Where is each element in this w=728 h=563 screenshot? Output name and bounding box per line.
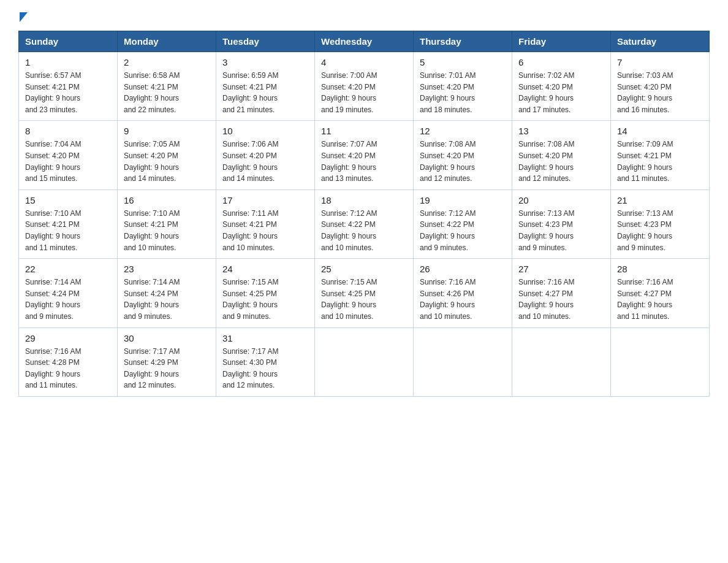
week-row-1: 1 Sunrise: 6:57 AMSunset: 4:21 PMDayligh… (19, 52, 710, 121)
day-cell (611, 327, 710, 396)
day-info: Sunrise: 7:16 AMSunset: 4:27 PMDaylight:… (617, 277, 703, 322)
day-cell: 19 Sunrise: 7:12 AMSunset: 4:22 PMDaylig… (414, 190, 512, 258)
day-number: 1 (25, 57, 111, 67)
day-cell: 18 Sunrise: 7:12 AMSunset: 4:22 PMDaylig… (315, 190, 414, 258)
day-info: Sunrise: 7:05 AMSunset: 4:20 PMDaylight:… (124, 139, 210, 184)
day-number: 30 (124, 333, 210, 343)
day-info: Sunrise: 6:58 AMSunset: 4:21 PMDaylight:… (124, 70, 210, 115)
day-cell: 26 Sunrise: 7:16 AMSunset: 4:26 PMDaylig… (414, 259, 512, 327)
day-number: 6 (518, 57, 604, 67)
header-saturday: Saturday (611, 31, 710, 52)
day-number: 20 (518, 195, 604, 205)
day-cell: 17 Sunrise: 7:11 AMSunset: 4:21 PMDaylig… (216, 190, 315, 258)
calendar-table: SundayMondayTuesdayWednesdayThursdayFrid… (18, 31, 710, 397)
day-info: Sunrise: 7:08 AMSunset: 4:20 PMDaylight:… (518, 139, 604, 184)
day-cell: 1 Sunrise: 6:57 AMSunset: 4:21 PMDayligh… (19, 52, 118, 121)
day-cell (315, 327, 414, 396)
day-info: Sunrise: 7:03 AMSunset: 4:20 PMDaylight:… (617, 70, 703, 115)
day-info: Sunrise: 7:08 AMSunset: 4:20 PMDaylight:… (420, 139, 506, 184)
day-info: Sunrise: 7:09 AMSunset: 4:21 PMDaylight:… (617, 139, 703, 184)
day-cell: 12 Sunrise: 7:08 AMSunset: 4:20 PMDaylig… (414, 121, 512, 190)
day-info: Sunrise: 7:15 AMSunset: 4:25 PMDaylight:… (321, 277, 407, 322)
day-number: 16 (124, 195, 210, 205)
day-cell: 11 Sunrise: 7:07 AMSunset: 4:20 PMDaylig… (315, 121, 414, 190)
day-info: Sunrise: 7:13 AMSunset: 4:23 PMDaylight:… (617, 208, 703, 253)
week-row-2: 8 Sunrise: 7:04 AMSunset: 4:20 PMDayligh… (19, 121, 710, 190)
day-info: Sunrise: 7:02 AMSunset: 4:20 PMDaylight:… (518, 70, 604, 115)
day-info: Sunrise: 7:10 AMSunset: 4:21 PMDaylight:… (25, 208, 111, 253)
day-cell: 8 Sunrise: 7:04 AMSunset: 4:20 PMDayligh… (19, 121, 118, 190)
day-number: 26 (420, 264, 506, 274)
header-friday: Friday (512, 31, 611, 52)
day-number: 5 (420, 57, 506, 67)
page-header (18, 12, 710, 20)
day-cell: 15 Sunrise: 7:10 AMSunset: 4:21 PMDaylig… (19, 190, 118, 258)
day-info: Sunrise: 7:04 AMSunset: 4:20 PMDaylight:… (25, 139, 111, 184)
calendar-header-row: SundayMondayTuesdayWednesdayThursdayFrid… (19, 31, 710, 52)
day-number: 15 (25, 195, 111, 205)
day-cell: 28 Sunrise: 7:16 AMSunset: 4:27 PMDaylig… (611, 259, 710, 327)
header-sunday: Sunday (19, 31, 118, 52)
day-cell: 30 Sunrise: 7:17 AMSunset: 4:29 PMDaylig… (118, 327, 216, 396)
day-cell: 29 Sunrise: 7:16 AMSunset: 4:28 PMDaylig… (19, 327, 118, 396)
day-number: 23 (124, 264, 210, 274)
day-number: 17 (222, 195, 308, 205)
day-info: Sunrise: 7:17 AMSunset: 4:29 PMDaylight:… (124, 346, 210, 391)
day-cell (512, 327, 611, 396)
day-info: Sunrise: 7:12 AMSunset: 4:22 PMDaylight:… (420, 208, 506, 253)
day-cell: 20 Sunrise: 7:13 AMSunset: 4:23 PMDaylig… (512, 190, 611, 258)
day-number: 9 (124, 126, 210, 136)
day-cell: 13 Sunrise: 7:08 AMSunset: 4:20 PMDaylig… (512, 121, 611, 190)
day-cell: 24 Sunrise: 7:15 AMSunset: 4:25 PMDaylig… (216, 259, 315, 327)
day-cell: 4 Sunrise: 7:00 AMSunset: 4:20 PMDayligh… (315, 52, 414, 121)
day-cell: 9 Sunrise: 7:05 AMSunset: 4:20 PMDayligh… (118, 121, 216, 190)
day-number: 31 (222, 333, 308, 343)
week-row-5: 29 Sunrise: 7:16 AMSunset: 4:28 PMDaylig… (19, 327, 710, 396)
day-info: Sunrise: 7:14 AMSunset: 4:24 PMDaylight:… (25, 277, 111, 322)
day-number: 13 (518, 126, 604, 136)
day-info: Sunrise: 7:15 AMSunset: 4:25 PMDaylight:… (222, 277, 308, 322)
day-number: 24 (222, 264, 308, 274)
day-info: Sunrise: 7:16 AMSunset: 4:27 PMDaylight:… (518, 277, 604, 322)
day-cell: 21 Sunrise: 7:13 AMSunset: 4:23 PMDaylig… (611, 190, 710, 258)
day-info: Sunrise: 7:01 AMSunset: 4:20 PMDaylight:… (420, 70, 506, 115)
day-cell (414, 327, 512, 396)
header-wednesday: Wednesday (315, 31, 414, 52)
day-number: 19 (420, 195, 506, 205)
day-number: 10 (222, 126, 308, 136)
day-number: 27 (518, 264, 604, 274)
day-info: Sunrise: 7:07 AMSunset: 4:20 PMDaylight:… (321, 139, 407, 184)
day-cell: 16 Sunrise: 7:10 AMSunset: 4:21 PMDaylig… (118, 190, 216, 258)
day-cell: 2 Sunrise: 6:58 AMSunset: 4:21 PMDayligh… (118, 52, 216, 121)
day-info: Sunrise: 7:00 AMSunset: 4:20 PMDaylight:… (321, 70, 407, 115)
week-row-4: 22 Sunrise: 7:14 AMSunset: 4:24 PMDaylig… (19, 259, 710, 327)
day-number: 25 (321, 264, 407, 274)
day-number: 2 (124, 57, 210, 67)
header-thursday: Thursday (414, 31, 512, 52)
day-cell: 27 Sunrise: 7:16 AMSunset: 4:27 PMDaylig… (512, 259, 611, 327)
day-cell: 10 Sunrise: 7:06 AMSunset: 4:20 PMDaylig… (216, 121, 315, 190)
day-info: Sunrise: 7:10 AMSunset: 4:21 PMDaylight:… (124, 208, 210, 253)
day-number: 4 (321, 57, 407, 67)
logo-arrow-icon (20, 12, 28, 22)
day-info: Sunrise: 6:59 AMSunset: 4:21 PMDaylight:… (222, 70, 308, 115)
day-info: Sunrise: 7:16 AMSunset: 4:26 PMDaylight:… (420, 277, 506, 322)
day-number: 3 (222, 57, 308, 67)
day-info: Sunrise: 7:13 AMSunset: 4:23 PMDaylight:… (518, 208, 604, 253)
day-cell: 25 Sunrise: 7:15 AMSunset: 4:25 PMDaylig… (315, 259, 414, 327)
day-number: 7 (617, 57, 703, 67)
day-number: 18 (321, 195, 407, 205)
day-info: Sunrise: 7:14 AMSunset: 4:24 PMDaylight:… (124, 277, 210, 322)
day-cell: 3 Sunrise: 6:59 AMSunset: 4:21 PMDayligh… (216, 52, 315, 121)
day-cell: 22 Sunrise: 7:14 AMSunset: 4:24 PMDaylig… (19, 259, 118, 327)
day-info: Sunrise: 7:06 AMSunset: 4:20 PMDaylight:… (222, 139, 308, 184)
day-number: 28 (617, 264, 703, 274)
day-info: Sunrise: 7:11 AMSunset: 4:21 PMDaylight:… (222, 208, 308, 253)
logo (18, 12, 28, 20)
day-cell: 14 Sunrise: 7:09 AMSunset: 4:21 PMDaylig… (611, 121, 710, 190)
day-number: 21 (617, 195, 703, 205)
day-info: Sunrise: 7:16 AMSunset: 4:28 PMDaylight:… (25, 346, 111, 391)
day-cell: 31 Sunrise: 7:17 AMSunset: 4:30 PMDaylig… (216, 327, 315, 396)
week-row-3: 15 Sunrise: 7:10 AMSunset: 4:21 PMDaylig… (19, 190, 710, 258)
day-cell: 5 Sunrise: 7:01 AMSunset: 4:20 PMDayligh… (414, 52, 512, 121)
